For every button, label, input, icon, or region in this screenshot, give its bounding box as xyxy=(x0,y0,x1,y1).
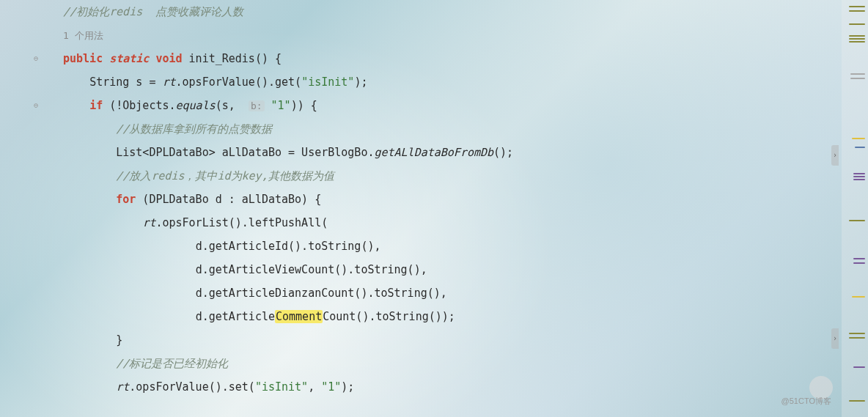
push-arg-pre: d.getArticle xyxy=(196,310,275,323)
string-literal: "1" xyxy=(271,99,291,112)
minimap[interactable] xyxy=(842,0,868,417)
code-line[interactable]: rt.opsForValue().set("isInit", "1"); xyxy=(63,375,842,399)
comment: //放入redis，其中id为key,其他数据为值 xyxy=(116,169,334,182)
minimap-marker[interactable] xyxy=(853,179,865,180)
gutter-row xyxy=(0,0,44,23)
code-line[interactable]: String s = rt.opsForValue().get("isInit"… xyxy=(63,70,842,94)
minimap-marker[interactable] xyxy=(849,337,865,339)
gutter-row xyxy=(0,235,44,258)
minimap-marker[interactable] xyxy=(849,6,865,7)
static-method: getALlDataBoFromDb xyxy=(374,146,493,159)
fold-icon[interactable]: ⊖ xyxy=(34,47,38,70)
code-line[interactable]: //放入redis，其中id为key,其他数据为值 xyxy=(63,164,842,188)
list-decl: List<DPLDataBo> aLlDataBo = UserBlogBo. xyxy=(116,146,374,159)
minimap-marker[interactable] xyxy=(849,10,865,12)
eq: = xyxy=(142,75,162,89)
comment: //从数据库拿到所有的点赞数据 xyxy=(116,122,272,136)
paren-brace: () { xyxy=(255,52,282,65)
comma: , xyxy=(308,380,321,394)
close: ); xyxy=(354,75,367,89)
code-line[interactable]: //标记是否已经初始化 xyxy=(63,352,842,375)
if-open: (!Objects. xyxy=(103,99,175,112)
minimap-marker[interactable] xyxy=(855,147,865,148)
keyword-for: for xyxy=(116,193,136,206)
minimap-marker[interactable] xyxy=(849,23,865,25)
set-call: .opsForValue().set( xyxy=(129,380,255,394)
push-call: .opsForList().leftPushAll( xyxy=(155,216,328,229)
gutter-row xyxy=(0,188,44,211)
close: ); xyxy=(341,380,354,394)
push-arg: d.getArticleId().toString(), xyxy=(196,240,381,253)
minimap-marker[interactable] xyxy=(853,258,865,259)
chevron-right-icon: › xyxy=(833,144,837,167)
code-line[interactable]: //初始化redis 点赞收藏评论人数 xyxy=(63,0,842,23)
comment: //初始化redis 点赞收藏评论人数 xyxy=(63,5,243,18)
gutter-row[interactable]: ⊖ xyxy=(0,47,44,70)
code-editor: ⊖ ⊖ //初始化redis 点赞收藏评论人数 1 个用法 public sta… xyxy=(0,0,868,417)
minimap-marker[interactable] xyxy=(849,400,865,402)
close: (); xyxy=(493,146,513,159)
type-string: String xyxy=(89,75,129,89)
minimap-marker[interactable] xyxy=(849,41,865,43)
minimap-marker[interactable] xyxy=(852,296,865,298)
code-line[interactable]: d.getArticleDianzanCount().toString(), xyxy=(63,281,842,305)
side-handle[interactable]: › xyxy=(831,328,839,349)
chevron-right-icon: › xyxy=(833,327,837,350)
usage-hint[interactable]: 1 个用法 xyxy=(63,30,103,41)
gutter-row xyxy=(0,281,44,305)
field-rt: rt xyxy=(116,380,129,394)
static-equals: equals xyxy=(176,99,216,112)
gutter-row xyxy=(0,117,44,141)
code-line[interactable]: d.getArticleViewCount().toString(), xyxy=(63,258,842,281)
gutter-row xyxy=(0,352,44,375)
string-literal: "isInit" xyxy=(301,75,354,89)
minimap-marker[interactable] xyxy=(849,220,865,221)
gutter-row[interactable]: ⊖ xyxy=(0,94,44,117)
code-line[interactable]: for (DPLDataBo d : aLlDataBo) { xyxy=(63,188,842,211)
minimap-marker[interactable] xyxy=(849,333,865,334)
side-handle[interactable]: › xyxy=(831,145,839,166)
call: .opsForValue().get( xyxy=(176,75,302,89)
minimap-marker[interactable] xyxy=(850,78,865,79)
minimap-marker[interactable] xyxy=(849,38,865,40)
code-line[interactable]: d.getArticleCommentCount().toString()); xyxy=(63,305,842,328)
keyword-if: if xyxy=(89,99,103,112)
code-line[interactable]: d.getArticleId().toString(), xyxy=(63,235,842,258)
gutter-row xyxy=(0,23,44,47)
minimap-marker[interactable] xyxy=(853,366,865,368)
code-area[interactable]: //初始化redis 点赞收藏评论人数 1 个用法 public static … xyxy=(44,0,842,417)
field-rt: rt xyxy=(162,75,175,89)
gutter-row xyxy=(0,328,44,352)
push-arg: d.getArticleDianzanCount().toString(), xyxy=(196,287,447,300)
field-rt: rt xyxy=(142,216,155,229)
minimap-marker[interactable] xyxy=(853,173,865,174)
minimap-marker[interactable] xyxy=(850,73,865,75)
gutter-row xyxy=(0,211,44,235)
code-line[interactable]: if (!Objects.equals(s, b: "1")) { xyxy=(63,94,842,117)
code-line[interactable]: List<DPLDataBo> aLlDataBo = UserBlogBo.g… xyxy=(63,141,842,164)
code-line[interactable]: public static void init_Redis() { xyxy=(63,47,842,70)
keyword-void: void xyxy=(155,52,182,65)
code-line[interactable]: //从数据库拿到所有的点赞数据 xyxy=(63,117,842,141)
gutter-row xyxy=(0,305,44,328)
code-line[interactable]: 1 个用法 xyxy=(63,23,842,47)
minimap-marker[interactable] xyxy=(853,176,865,177)
push-arg: d.getArticleViewCount().toString(), xyxy=(196,263,427,276)
keyword-static: static xyxy=(109,52,149,65)
code-line[interactable]: } xyxy=(63,328,842,352)
string-literal: "isInit" xyxy=(255,380,308,394)
string-literal: "1" xyxy=(321,380,341,394)
gutter-row xyxy=(0,164,44,188)
minimap-marker[interactable] xyxy=(849,35,865,37)
minimap-marker[interactable] xyxy=(852,138,865,139)
keyword-public: public xyxy=(63,52,103,65)
minimap-marker[interactable] xyxy=(853,262,865,264)
code-line[interactable]: rt.opsForList().leftPushAll( xyxy=(63,211,842,235)
fold-icon[interactable]: ⊖ xyxy=(34,94,38,117)
method-name: init_Redis xyxy=(189,52,255,65)
push-arg-post: Count().toString()); xyxy=(323,310,455,323)
search-highlight: Comment xyxy=(275,310,323,323)
watermark-text: @51CTO博客 xyxy=(781,389,831,413)
if-open2: (s, xyxy=(216,99,242,112)
comment: //标记是否已经初始化 xyxy=(116,357,228,370)
